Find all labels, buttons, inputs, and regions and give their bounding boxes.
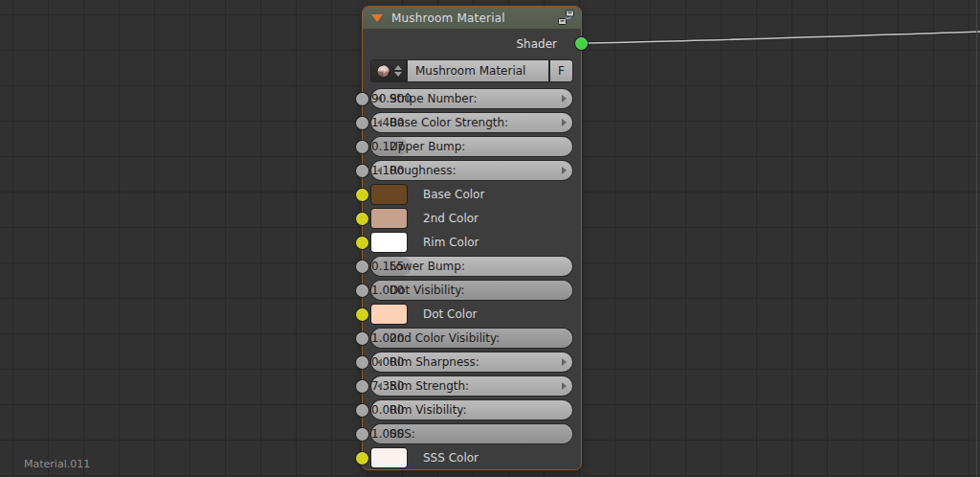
field-value: 1.000: [371, 281, 557, 300]
color-label: Dot Color: [423, 305, 477, 324]
input-row-upper-bump: Upper Bump: 0.127: [371, 137, 572, 156]
material-name-field[interactable]: Mushroom Material: [408, 60, 548, 81]
field-value: 7.350: [371, 376, 557, 396]
number-field[interactable]: Rim Sharpness: 0.000: [371, 352, 572, 372]
input-row-roughness: Roughness: 1.100: [371, 161, 572, 180]
value-input-socket[interactable]: [356, 284, 368, 297]
material-browse-button[interactable]: [371, 60, 406, 81]
input-row-sss-color: SSS Color: [371, 448, 572, 467]
input-row-base-color-strength: Base Color Strength: 1.400: [371, 113, 572, 132]
color-input-socket[interactable]: [356, 237, 368, 249]
input-row-stripe-number: Stripe Number: 90.900: [371, 89, 572, 108]
color-swatch[interactable]: [371, 448, 407, 467]
increment-arrow-icon[interactable]: [562, 382, 567, 390]
color-input-socket[interactable]: [356, 189, 368, 201]
value-input-socket[interactable]: [356, 356, 368, 369]
input-row-rim-visibility: Rim Visibility: 0.000: [371, 400, 572, 420]
number-field[interactable]: Roughness: 1.100: [371, 161, 572, 180]
number-field[interactable]: Rim Strength: 7.350: [371, 376, 572, 396]
input-row-sss: SSS: 1.000: [371, 424, 572, 443]
field-value: 0.127: [371, 137, 557, 156]
slider-field[interactable]: Rim Visibility: 0.000: [371, 400, 572, 420]
color-swatch[interactable]: [371, 209, 407, 228]
field-value: 1.000: [371, 424, 557, 443]
output-label: Shader: [516, 37, 572, 51]
shader-output-socket[interactable]: [575, 37, 588, 50]
value-input-socket[interactable]: [356, 404, 368, 417]
color-swatch[interactable]: [371, 305, 407, 324]
color-label: SSS Color: [423, 448, 479, 467]
browse-updown-icon: [394, 65, 402, 77]
color-swatch[interactable]: [371, 185, 407, 204]
number-field[interactable]: Base Color Strength: 1.400: [371, 113, 572, 132]
input-row-base-color: Base Color: [371, 185, 572, 204]
value-input-socket[interactable]: [356, 380, 368, 393]
input-row-lower-bump: Lower Bump: 0.155: [371, 257, 572, 276]
input-row-dot-visibility: Dot Visibility: 1.000: [371, 281, 572, 300]
input-row-2nd-color: 2nd Color: [371, 209, 572, 228]
material-sphere-icon: [376, 64, 390, 79]
value-input-socket[interactable]: [356, 117, 368, 129]
output-row-shader: Shader: [371, 34, 572, 53]
field-value: 1.100: [371, 161, 557, 180]
input-row-rim-color: Rim Color: [371, 233, 572, 252]
node-header[interactable]: Mushroom Material: [363, 7, 581, 30]
value-input-socket[interactable]: [356, 93, 368, 105]
value-input-socket[interactable]: [356, 428, 368, 441]
collapse-triangle-icon[interactable]: [371, 14, 383, 22]
input-row-rim-sharpness: Rim Sharpness: 0.000: [371, 352, 572, 372]
slider-field[interactable]: 2nd Color Visibility: 1.000: [371, 329, 572, 348]
value-input-socket[interactable]: [356, 332, 368, 345]
field-value: 1.000: [371, 329, 557, 348]
field-value: 0.000: [371, 400, 557, 420]
node-mushroom-material[interactable]: Mushroom Material Shader: [362, 6, 582, 470]
slider-field[interactable]: SSS: 1.000: [371, 424, 572, 443]
breadcrumb: Material.011: [24, 458, 90, 470]
material-selector: Mushroom Material F: [371, 60, 572, 81]
node-group-icon: [558, 10, 575, 26]
fake-user-button[interactable]: F: [550, 60, 572, 81]
color-input-socket[interactable]: [356, 452, 368, 465]
editor-region-edge: [976, 0, 977, 477]
color-label: Rim Color: [423, 233, 479, 252]
color-swatch[interactable]: [371, 233, 407, 252]
color-input-socket[interactable]: [356, 213, 368, 225]
increment-arrow-icon[interactable]: [562, 119, 567, 126]
field-value: 90.900: [371, 89, 557, 108]
slider-field[interactable]: Lower Bump: 0.155: [371, 257, 572, 276]
value-input-socket[interactable]: [356, 261, 368, 273]
field-value: 0.000: [371, 352, 557, 372]
input-row-rim-strength: Rim Strength: 7.350: [371, 376, 572, 396]
node-title: Mushroom Material: [391, 11, 505, 25]
value-input-socket[interactable]: [356, 141, 368, 153]
input-row-dot-color: Dot Color: [371, 305, 572, 324]
value-input-socket[interactable]: [356, 165, 368, 177]
color-input-socket[interactable]: [356, 308, 368, 321]
increment-arrow-icon[interactable]: [562, 358, 567, 366]
slider-field[interactable]: Dot Visibility: 1.000: [371, 281, 572, 300]
increment-arrow-icon[interactable]: [562, 95, 567, 102]
increment-arrow-icon[interactable]: [562, 167, 567, 174]
slider-field[interactable]: Upper Bump: 0.127: [371, 137, 572, 156]
number-field[interactable]: Stripe Number: 90.900: [371, 89, 572, 108]
input-row-2nd-color-visibility: 2nd Color Visibility: 1.000: [371, 329, 572, 348]
field-value: 0.155: [371, 257, 557, 276]
field-value: 1.400: [371, 113, 557, 132]
color-label: Base Color: [423, 185, 484, 204]
color-label: 2nd Color: [423, 209, 479, 228]
